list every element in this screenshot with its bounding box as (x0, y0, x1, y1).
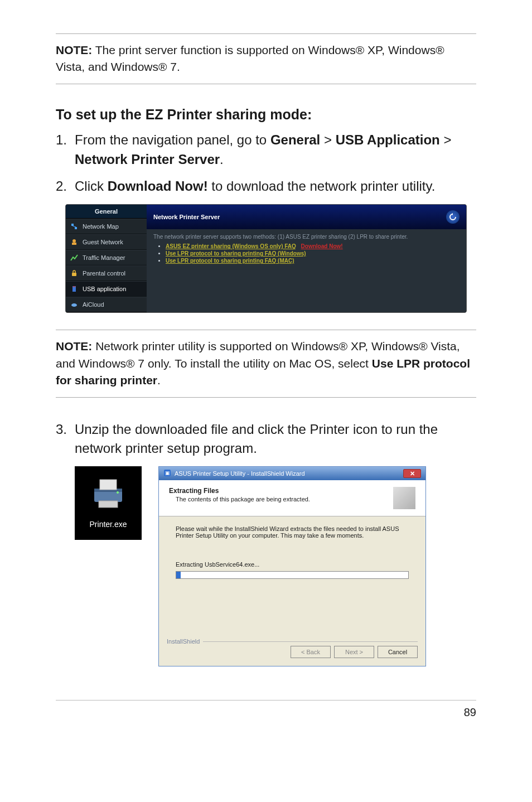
sidebar-item-aicloud[interactable]: AiCloud (66, 297, 147, 312)
sidebar-label: Guest Network (83, 239, 123, 245)
aicloud-icon (70, 301, 78, 308)
sidebar-item-traffic[interactable]: Traffic Manager (66, 250, 147, 265)
steps-list-2: Unzip the downloaded file and click the … (56, 420, 476, 459)
sidebar-label: USB application (83, 286, 126, 292)
wizard-fieldset: InstallShield (167, 638, 418, 645)
svg-point-9 (71, 303, 77, 307)
sidebar-item-guest[interactable]: Guest Network (66, 234, 147, 250)
router-screenshot: General Network Map Guest Network Traffi… (65, 204, 467, 313)
step1-usbapp: USB Application (336, 132, 440, 147)
step1-nps: Network Printer Server (75, 152, 220, 167)
progress-fill (176, 572, 181, 578)
step1-general: General (270, 132, 320, 147)
step3-images: Printer.exe ▣ ASUS Printer Setup Utility… (75, 466, 476, 666)
wizard-head-bold: Extracting Files (169, 487, 219, 495)
router-sidebar: General Network Map Guest Network Traffi… (66, 205, 147, 312)
next-button: Next > (334, 646, 374, 658)
step-1: From the navigation panel, go to General… (56, 131, 476, 170)
wizard-extracting: Extracting UsbService64.exe... (176, 561, 409, 568)
faq-link-1[interactable]: ASUS EZ printer sharing (Windows OS only… (166, 243, 296, 249)
step-2: Click Download Now! to download the netw… (56, 177, 476, 196)
svg-rect-5 (72, 273, 76, 276)
printer-icon (89, 476, 128, 510)
wizard-title-text: ASUS Printer Setup Utility - InstallShie… (175, 470, 305, 477)
step2-text-a: Click (75, 178, 108, 194)
wizard-body-text: Please wait while the InstallShield Wiza… (176, 525, 409, 539)
wizard-titlebar: ▣ ASUS Printer Setup Utility - InstallSh… (159, 467, 425, 480)
svg-point-3 (72, 239, 76, 243)
router-title-text: Network Printer Server (153, 214, 220, 220)
svg-rect-13 (100, 480, 117, 490)
page-number: 89 (56, 700, 476, 719)
parental-control-icon (70, 269, 78, 277)
svg-marker-10 (452, 213, 453, 215)
router-main: Network Printer Server The network print… (147, 205, 466, 312)
note-text: The print server function is supported o… (56, 44, 444, 73)
faq-line-1: ASUS EZ printer sharing (Windows OS only… (166, 243, 460, 249)
step-3: Unzip the downloaded file and click the … (56, 420, 476, 459)
refresh-icon[interactable] (446, 210, 460, 224)
fieldset-label-text: InstallShield (167, 638, 200, 645)
sidebar-general-head: General (66, 205, 147, 219)
usb-app-icon (70, 285, 78, 293)
wizard-app-icon: ▣ (163, 469, 171, 478)
section-heading: To set up the EZ Printer sharing mode: (56, 107, 476, 123)
step2-download: Download Now! (108, 178, 208, 194)
fieldset-line (203, 641, 418, 642)
note-label: NOTE: (56, 340, 92, 352)
wizard-header-text: Extracting Files The contents of this pa… (169, 487, 310, 509)
router-desc: The network printer server supports two … (153, 234, 460, 240)
note-block-2: NOTE: Network printer utility is support… (56, 330, 476, 397)
traffic-manager-icon (70, 254, 78, 262)
wizard-footer: InstallShield < Back Next > Cancel (159, 634, 425, 666)
progress-bar (176, 571, 409, 579)
back-button: < Back (291, 646, 331, 658)
router-body: The network printer server supports two … (147, 229, 466, 312)
sidebar-label: AiCloud (83, 301, 104, 308)
svg-line-2 (72, 226, 76, 227)
svg-point-15 (117, 491, 119, 494)
faq-link-3[interactable]: Use LPR protocol to sharing printing FAQ… (166, 258, 294, 264)
sidebar-item-network-map[interactable]: Network Map (66, 219, 147, 234)
sidebar-label: Network Map (83, 223, 119, 230)
note2-c: . (157, 374, 161, 386)
svg-text:▣: ▣ (165, 470, 170, 476)
step2-text-c: to download the network printer utility. (208, 178, 436, 194)
printer-exe-icon[interactable]: Printer.exe (75, 466, 142, 540)
gt-1: > (320, 132, 335, 147)
note-label: NOTE: (56, 44, 92, 56)
period-1: . (220, 152, 224, 167)
svg-rect-4 (72, 243, 76, 245)
wizard-header-graphic (393, 487, 415, 509)
cancel-button[interactable]: Cancel (378, 646, 418, 658)
wizard-head-sub: The contents of this package are being e… (176, 496, 310, 503)
svg-rect-8 (75, 286, 76, 287)
wizard-buttons: < Back Next > Cancel (167, 646, 418, 658)
sidebar-label: Parental control (83, 270, 125, 277)
svg-rect-7 (73, 286, 74, 287)
svg-rect-14 (99, 501, 118, 508)
router-title-bar: Network Printer Server (147, 205, 466, 229)
faq-line-2: Use LPR protocol to sharing printing FAQ… (166, 250, 460, 257)
sidebar-label: Traffic Manager (83, 254, 125, 261)
installshield-wizard: ▣ ASUS Printer Setup Utility - InstallSh… (158, 466, 426, 666)
svg-rect-0 (71, 224, 74, 226)
svg-rect-1 (75, 227, 77, 229)
close-icon[interactable]: ✕ (403, 469, 421, 478)
wizard-header: Extracting Files The contents of this pa… (159, 480, 425, 516)
printer-exe-label: Printer.exe (80, 520, 136, 529)
wizard-body: Please wait while the InstallShield Wiza… (159, 516, 425, 634)
guest-network-icon (70, 238, 78, 246)
sidebar-item-parental[interactable]: Parental control (66, 265, 147, 281)
note-block-1: NOTE: The print server function is suppo… (56, 33, 476, 84)
faq-link-2[interactable]: Use LPR protocol to sharing printing FAQ… (166, 250, 306, 257)
step1-text-a: From the navigation panel, go to (75, 132, 270, 147)
steps-list: From the navigation panel, go to General… (56, 131, 476, 196)
gt-2: > (440, 132, 452, 147)
faq-line-3: Use LPR protocol to sharing printing FAQ… (166, 258, 460, 264)
step3-text: Unzip the downloaded file and click the … (75, 422, 438, 456)
sidebar-item-usb[interactable]: USB application (66, 281, 147, 297)
svg-rect-6 (72, 286, 76, 292)
network-map-icon (70, 223, 78, 230)
download-now-link[interactable]: Download Now! (301, 243, 343, 249)
